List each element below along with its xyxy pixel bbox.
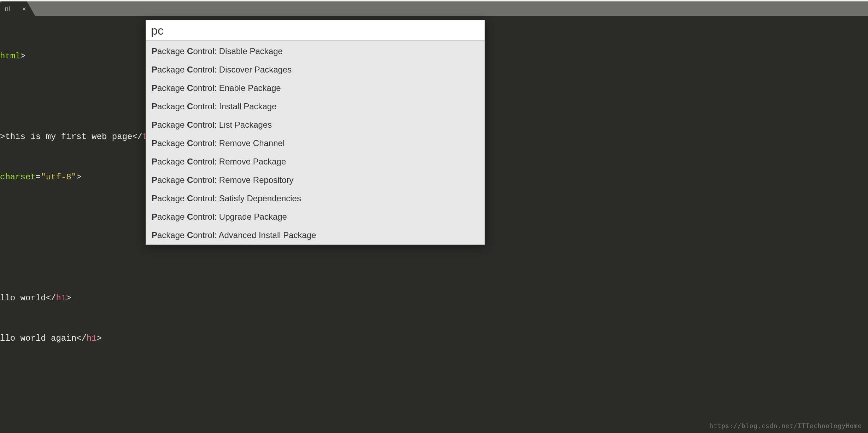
command-palette: Package Control: Disable PackagePackage …: [146, 20, 485, 245]
code-token: llo world: [0, 293, 46, 303]
command-palette-item-text: ontrol: Install Package: [193, 102, 276, 111]
file-tab[interactable]: nl ×: [0, 1, 27, 16]
command-palette-item-highlight: P: [152, 138, 157, 148]
code-token: >: [66, 293, 71, 303]
command-palette-item-highlight: P: [152, 65, 157, 74]
command-palette-item-text: ontrol: Satisfy Dependencies: [193, 194, 301, 203]
command-palette-item-highlight: P: [152, 102, 157, 111]
command-palette-item[interactable]: Package Control: List Packages: [146, 116, 485, 134]
command-palette-item-highlight: P: [152, 83, 157, 93]
command-palette-item-text: ackage: [157, 120, 187, 129]
command-palette-item-text: ackage: [157, 83, 187, 93]
code-token: html: [0, 51, 20, 61]
command-palette-item-highlight: C: [187, 175, 193, 185]
command-palette-item-text: ontrol: Advanced Install Package: [193, 230, 316, 240]
command-palette-item-highlight: C: [187, 230, 193, 240]
command-palette-item-highlight: C: [187, 120, 193, 129]
code-line: llo world</h1>: [0, 291, 868, 305]
command-palette-item-highlight: C: [187, 138, 193, 148]
tab-bar: nl ×: [0, 1, 868, 16]
code-token: </: [46, 293, 56, 303]
code-token: >: [97, 334, 102, 343]
command-palette-item-text: ontrol: Remove Package: [193, 157, 286, 166]
command-palette-item-text: ackage: [157, 175, 187, 185]
command-palette-item-text: ontrol: Remove Channel: [193, 138, 285, 148]
command-palette-item-text: ackage: [157, 138, 187, 148]
command-palette-item-text: ackage: [157, 157, 187, 166]
command-palette-item[interactable]: Package Control: Remove Channel: [146, 134, 485, 152]
code-token: "utf-8": [41, 172, 76, 182]
command-palette-item[interactable]: Package Control: Satisfy Dependencies: [146, 189, 485, 208]
command-palette-item-text: ontrol: Enable Package: [193, 83, 281, 93]
code-token: >: [0, 132, 5, 142]
command-palette-item[interactable]: Package Control: Enable Package: [146, 79, 485, 97]
command-palette-item[interactable]: Package Control: Remove Package: [146, 152, 485, 171]
command-palette-item-text: ackage: [157, 230, 187, 240]
code-token: h1: [56, 293, 66, 303]
command-palette-item-highlight: P: [152, 120, 157, 129]
command-palette-item-highlight: P: [152, 46, 157, 56]
code-line: [0, 251, 868, 265]
code-token: h1: [87, 334, 97, 343]
command-palette-item[interactable]: Package Control: Remove Repository: [146, 171, 485, 189]
command-palette-item-highlight: C: [187, 194, 193, 203]
command-palette-item-highlight: P: [152, 212, 157, 221]
command-palette-input[interactable]: [151, 24, 480, 37]
command-palette-item-highlight: P: [152, 194, 157, 203]
code-token: </: [76, 334, 87, 343]
watermark-text: https://blog.csdn.net/ITTechnologyHome: [709, 422, 862, 429]
command-palette-item[interactable]: Package Control: Upgrade Package: [146, 208, 485, 226]
command-palette-item-text: ontrol: List Packages: [193, 120, 272, 129]
command-palette-item-text: ontrol: Disable Package: [193, 46, 282, 56]
command-palette-item-text: ontrol: Remove Repository: [193, 175, 293, 185]
command-palette-item-highlight: C: [187, 102, 193, 111]
code-line: llo world again</h1>: [0, 332, 868, 345]
command-palette-item-highlight: P: [152, 230, 157, 240]
command-palette-item-highlight: C: [187, 157, 193, 166]
command-palette-item-highlight: C: [187, 83, 193, 93]
file-tab-label: nl: [5, 5, 10, 13]
close-icon[interactable]: ×: [22, 5, 26, 13]
code-token: >: [76, 172, 81, 182]
command-palette-item-text: ontrol: Discover Packages: [193, 65, 292, 74]
command-palette-item-highlight: P: [152, 175, 157, 185]
command-palette-list[interactable]: Package Control: Disable PackagePackage …: [146, 41, 485, 244]
code-token: </: [132, 132, 142, 142]
command-palette-item-text: ackage: [157, 46, 187, 56]
code-token: this is my first web page: [5, 132, 132, 142]
command-palette-item-text: ackage: [157, 65, 187, 74]
code-token: charset: [0, 172, 36, 182]
code-token: >: [20, 51, 25, 61]
command-palette-input-wrap: [146, 20, 485, 41]
command-palette-item-highlight: P: [152, 157, 157, 166]
command-palette-item-text: ontrol: Upgrade Package: [193, 212, 287, 221]
command-palette-item-text: ackage: [157, 102, 187, 111]
command-palette-item-text: ackage: [157, 194, 187, 203]
command-palette-item-highlight: C: [187, 65, 193, 74]
command-palette-item-text: ackage: [157, 212, 187, 221]
command-palette-item[interactable]: Package Control: Install Package: [146, 97, 485, 116]
command-palette-item-highlight: C: [187, 46, 193, 56]
command-palette-item[interactable]: Package Control: Disable Package: [146, 42, 485, 60]
code-token: =: [36, 172, 41, 182]
code-token: llo world again: [0, 334, 76, 343]
command-palette-item[interactable]: Package Control: Discover Packages: [146, 60, 485, 79]
command-palette-item-highlight: C: [187, 212, 193, 221]
command-palette-item[interactable]: Package Control: Advanced Install Packag…: [146, 226, 485, 244]
